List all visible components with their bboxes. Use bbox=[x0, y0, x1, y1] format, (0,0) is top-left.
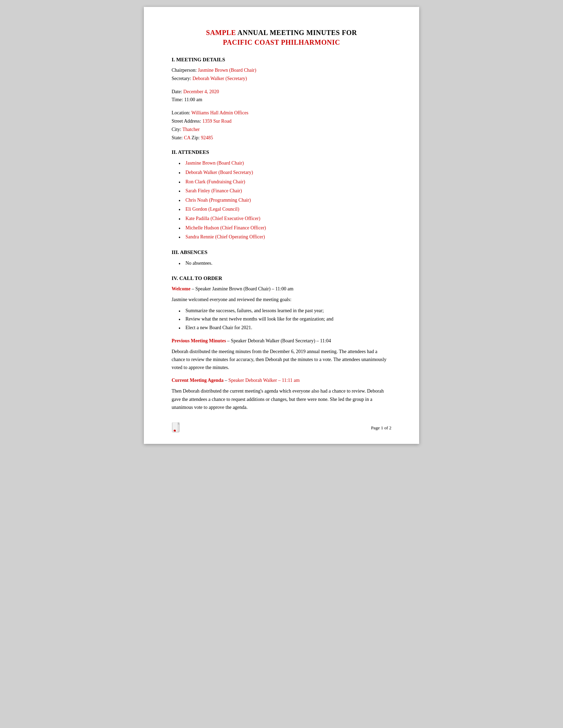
title-sample: SAMPLE bbox=[206, 29, 236, 36]
previous-minutes-body: Deborah distributed the meeting minutes … bbox=[172, 348, 391, 371]
previous-minutes-label: Previous Meeting Minutes bbox=[172, 338, 226, 343]
list-item: Deborah Walker (Board Secretary) bbox=[179, 168, 391, 177]
welcome-text: Speaker Jasmine Brown (Board Chair) – 11… bbox=[195, 286, 293, 291]
location-block: Location: Williams Hall Admin Offices St… bbox=[172, 109, 391, 142]
list-item: Elect a new Board Chair for 2021. bbox=[179, 324, 391, 332]
list-item: Michelle Hudson (Chief Finance Officer) bbox=[179, 223, 391, 233]
page-footer: è Page 1 of 2 bbox=[172, 422, 391, 433]
list-item: Sarah Finley (Finance Chair) bbox=[179, 186, 391, 196]
secretary-row: Secretary: Deborah Walker (Secretary) bbox=[172, 74, 391, 83]
secretary-label: Secretary: bbox=[172, 76, 192, 81]
document-icon: è bbox=[172, 422, 181, 433]
section-call-to-order-heading: IV. CALL TO ORDER bbox=[172, 275, 391, 281]
chairperson-row: Chairperson: Jasmine Brown (Board Chair) bbox=[172, 66, 391, 74]
time-label: Time: bbox=[172, 97, 184, 102]
current-agenda-intro: Current Meeting Agenda – Speaker Deborah… bbox=[172, 376, 391, 384]
welcome-body: Jasmine welcomed everyone and reviewed t… bbox=[172, 296, 391, 304]
document-header: SAMPLE ANNUAL MEETING MINUTES FOR PACIFI… bbox=[172, 28, 391, 47]
current-agenda-block: Current Meeting Agenda – Speaker Deborah… bbox=[172, 376, 391, 411]
previous-minutes-block: Previous Meeting Minutes – Speaker Debor… bbox=[172, 337, 391, 371]
current-agenda-label: Current Meeting Agenda bbox=[172, 378, 224, 383]
date-row: Date: December 4, 2020 bbox=[172, 88, 391, 96]
city-label: City: bbox=[172, 127, 182, 132]
welcome-intro: Welcome – Speaker Jasmine Brown (Board C… bbox=[172, 285, 391, 293]
time-row: Time: 11:00 am bbox=[172, 96, 391, 104]
welcome-block: Welcome – Speaker Jasmine Brown (Board C… bbox=[172, 285, 391, 332]
previous-minutes-dash: – bbox=[226, 338, 231, 343]
section-meeting-details-heading: I. MEETING DETAILS bbox=[172, 57, 391, 63]
list-item: Review what the next twelve months will … bbox=[179, 315, 391, 324]
street-label: Street Address: bbox=[172, 119, 202, 124]
page-number: Page 1 of 2 bbox=[371, 425, 391, 431]
list-item: Sandra Rennie (Chief Operating Officer) bbox=[179, 233, 391, 242]
current-agenda-body: Then Deborah distributed the current mee… bbox=[172, 387, 391, 411]
list-item: No absentees. bbox=[179, 259, 391, 268]
state-label: State: bbox=[172, 135, 184, 140]
previous-minutes-intro: Previous Meeting Minutes – Speaker Debor… bbox=[172, 337, 391, 345]
meeting-details-block: Chairperson: Jasmine Brown (Board Chair)… bbox=[172, 66, 391, 83]
state-zip-row: State: CA Zip: 92485 bbox=[172, 134, 391, 142]
chairperson-label: Chairperson: bbox=[172, 68, 198, 73]
list-item: Chris Noah (Programming Chair) bbox=[179, 196, 391, 205]
time-value: 11:00 am bbox=[184, 97, 202, 102]
welcome-label: Welcome bbox=[172, 286, 190, 291]
location-value: Williams Hall Admin Offices bbox=[191, 110, 248, 115]
date-label: Date: bbox=[172, 89, 183, 94]
zip-value: 92485 bbox=[201, 135, 213, 140]
attendees-list: Jasmine Brown (Board Chair) Deborah Walk… bbox=[179, 159, 391, 242]
current-agenda-text: Speaker Deborah Walker – 11:11 am bbox=[228, 378, 300, 383]
state-value: CA bbox=[184, 135, 190, 140]
location-row: Location: Williams Hall Admin Offices bbox=[172, 109, 391, 117]
street-value: 1359 Sur Road bbox=[202, 119, 232, 124]
welcome-dash: – bbox=[190, 286, 195, 291]
absences-list: No absentees. bbox=[179, 259, 391, 268]
document-page: SAMPLE ANNUAL MEETING MINUTES FOR PACIFI… bbox=[144, 7, 419, 444]
title-rest: ANNUAL MEETING MINUTES FOR bbox=[236, 29, 357, 36]
street-row: Street Address: 1359 Sur Road bbox=[172, 117, 391, 125]
list-item: Ron Clark (Fundraising Chair) bbox=[179, 177, 391, 187]
list-item: Jasmine Brown (Board Chair) bbox=[179, 159, 391, 168]
location-label: Location: bbox=[172, 110, 191, 115]
document-title: SAMPLE ANNUAL MEETING MINUTES FOR PACIFI… bbox=[172, 28, 391, 47]
previous-minutes-text: Speaker Deborah Walker (Board Secretary)… bbox=[231, 338, 331, 343]
city-value: Thatcher bbox=[182, 127, 200, 132]
list-item: Kate Padilla (Chief Executive Officer) bbox=[179, 214, 391, 223]
welcome-bullets: Summarize the successes, failures, and l… bbox=[179, 307, 391, 332]
date-value: December 4, 2020 bbox=[183, 89, 219, 94]
section-attendees-heading: II. ATTENDEES bbox=[172, 149, 391, 155]
zip-label: Zip: bbox=[190, 135, 201, 140]
date-time-block: Date: December 4, 2020 Time: 11:00 am bbox=[172, 88, 391, 104]
chairperson-value: Jasmine Brown (Board Chair) bbox=[198, 68, 256, 73]
city-row: City: Thatcher bbox=[172, 125, 391, 134]
title-org: PACIFIC COAST PHILHARMONIC bbox=[223, 38, 340, 46]
section-absences-heading: III. ABSENCES bbox=[172, 249, 391, 255]
list-item: Eli Gordon (Legal Council) bbox=[179, 205, 391, 214]
secretary-value: Deborah Walker (Secretary) bbox=[192, 76, 247, 81]
list-item: Summarize the successes, failures, and l… bbox=[179, 307, 391, 315]
current-agenda-dash: – bbox=[224, 378, 228, 383]
